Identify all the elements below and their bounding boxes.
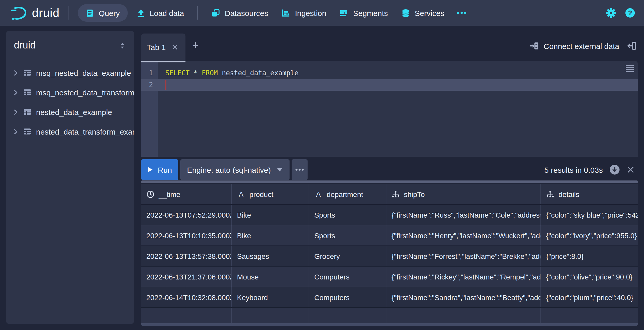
- sidebar-table-item[interactable]: msq_nested_data_transform_ex: [6, 82, 134, 102]
- nav-right-group: ?: [606, 8, 644, 18]
- connect-external-data-icon: [530, 41, 539, 51]
- tab-close-button[interactable]: [171, 44, 178, 51]
- run-button[interactable]: Run: [141, 159, 178, 180]
- table-cell[interactable]: {"color":"ivory","price":955.0}: [541, 225, 638, 245]
- table-cell[interactable]: {"firstName":"Forrest","lastName":"Brekk…: [386, 246, 541, 266]
- table-cell[interactable]: 2022-06-13T21:37:06.000Z: [141, 267, 232, 287]
- table-cell[interactable]: {"firstName":"Sandra","lastName":"Beatty…: [386, 287, 541, 307]
- table-cell[interactable]: Sports: [309, 225, 386, 245]
- column-header-details[interactable]: details: [541, 184, 638, 204]
- table-cell[interactable]: {"firstName":"Rickey","lastName":"Rempel…: [386, 267, 541, 287]
- help-icon: ?: [625, 8, 635, 18]
- sidebar-table-item[interactable]: nested_data_transform_exampl: [6, 122, 134, 141]
- column-header-__time[interactable]: __time: [141, 184, 232, 204]
- table-cell[interactable]: {"firstName":"Henry","lastName":"Wuckert…: [386, 225, 541, 245]
- table-cell[interactable]: 2022-06-14T10:32:08.000Z: [141, 287, 232, 307]
- chevron-right-icon[interactable]: [12, 128, 19, 135]
- engine-select[interactable]: Engine: auto (sql-native): [180, 159, 289, 180]
- table-cell[interactable]: Sausages: [232, 246, 309, 266]
- table-cell[interactable]: {"price":8.0}: [541, 246, 638, 266]
- nav-divider: [198, 6, 198, 20]
- nav-item-label: Segments: [353, 9, 388, 17]
- sidebar-table-item[interactable]: msq_nested_data_example: [6, 63, 134, 82]
- nav-more-button[interactable]: [453, 4, 471, 22]
- table-cell[interactable]: Keyboard: [232, 287, 309, 307]
- empty-cell: [386, 308, 541, 323]
- empty-cell: [541, 308, 638, 323]
- panel-splitter[interactable]: [141, 180, 638, 183]
- download-icon: [609, 164, 620, 175]
- table-cell[interactable]: Grocery: [309, 246, 386, 266]
- tab-label: Tab 1: [147, 43, 166, 52]
- table-cell[interactable]: Computers: [309, 267, 386, 287]
- help-button[interactable]: ?: [625, 8, 635, 18]
- query-tab-bar: Tab 1 +: [141, 31, 638, 61]
- table-cell[interactable]: {"color":"sky blue","price":542.0}: [541, 205, 638, 225]
- sql-token: *: [194, 69, 198, 77]
- more-dots-icon: [295, 168, 304, 172]
- empty-cell: [141, 308, 232, 323]
- brand[interactable]: druid: [10, 5, 60, 20]
- run-more-button[interactable]: [291, 159, 307, 180]
- table-cell[interactable]: {"firstName":"Russ","lastName":"Cole","a…: [386, 205, 541, 225]
- load-data-icon: [136, 9, 145, 17]
- sidebar-table-item[interactable]: nested_data_example: [6, 102, 134, 122]
- horizontal-scrollbar[interactable]: [141, 323, 638, 326]
- new-tab-button[interactable]: +: [192, 40, 199, 51]
- engine-label: Engine: auto (sql-native): [187, 165, 271, 174]
- chevron-right-icon[interactable]: [12, 109, 19, 115]
- table-icon: [23, 69, 31, 77]
- table-cell[interactable]: {"color":"olive","price":90.0}: [541, 267, 638, 287]
- nav-item-query[interactable]: Query: [78, 4, 128, 22]
- table-icon: [23, 108, 31, 116]
- string-icon: A: [237, 190, 245, 198]
- table-cell[interactable]: Computers: [309, 287, 386, 307]
- nav-item-services[interactable]: Services: [397, 4, 449, 22]
- table-cell[interactable]: Mouse: [232, 267, 309, 287]
- panel-collapse-icon: [627, 41, 636, 51]
- hide-panel-button[interactable]: [627, 41, 636, 51]
- nav-item-datasources[interactable]: Datasources: [207, 4, 273, 22]
- nav-item-segments[interactable]: Segments: [335, 4, 393, 22]
- column-header-product[interactable]: Aproduct: [232, 184, 309, 204]
- empty-cell: [309, 308, 386, 323]
- table-cell[interactable]: {"color":"plum","price":40.0}: [541, 287, 638, 307]
- table-cell[interactable]: Sports: [309, 205, 386, 225]
- chevron-right-icon[interactable]: [12, 89, 19, 96]
- svg-text:?: ?: [628, 9, 632, 17]
- table-cell[interactable]: 2022-06-13T07:52:29.000Z: [141, 205, 232, 225]
- datasources-icon: [211, 9, 220, 17]
- datasource-name: nested_data_example: [36, 108, 112, 116]
- table-cell[interactable]: 2022-06-13T10:10:35.000Z: [141, 225, 232, 245]
- schema-title: druid: [14, 40, 36, 51]
- table-row: 2022-06-13T13:57:38.000ZSausagesGrocery{…: [141, 246, 638, 267]
- editor-menu-button[interactable]: [625, 64, 634, 73]
- column-header-shipTo[interactable]: shipTo: [386, 184, 541, 204]
- sql-editor[interactable]: 12 SELECT * FROM nested_data_example: [141, 61, 638, 157]
- results-body: 2022-06-13T07:52:29.000ZBikeSports{"firs…: [141, 205, 638, 323]
- connect-external-data-label: Connect external data: [544, 42, 619, 50]
- table-cell[interactable]: Bike: [232, 205, 309, 225]
- column-header-department[interactable]: Adepartment: [309, 184, 386, 204]
- tab-tab1[interactable]: Tab 1: [141, 34, 185, 61]
- nav-item-ingestion[interactable]: Ingestion: [277, 4, 331, 22]
- nav-item-load-data[interactable]: Load data: [132, 4, 189, 22]
- table-cell[interactable]: 2022-06-13T13:57:38.000Z: [141, 246, 232, 266]
- run-bar: Run Engine: auto (sql-native) 5 results …: [141, 159, 638, 180]
- empty-row: [141, 308, 638, 323]
- results-meta: 5 results in 0.03s: [544, 164, 638, 175]
- tree-icon: [546, 190, 554, 198]
- play-icon: [147, 167, 153, 173]
- ingestion-icon: [282, 9, 290, 17]
- sort-button[interactable]: [118, 42, 126, 49]
- close-results-button[interactable]: [626, 166, 635, 174]
- chevron-right-icon[interactable]: [12, 69, 19, 76]
- table-row: 2022-06-13T07:52:29.000ZBikeSports{"firs…: [141, 205, 638, 225]
- settings-button[interactable]: [606, 8, 616, 18]
- table-cell[interactable]: Bike: [232, 225, 309, 245]
- string-icon: A: [314, 190, 323, 198]
- sql-code[interactable]: SELECT * FROM nested_data_example: [158, 67, 638, 91]
- download-results-button[interactable]: [609, 164, 620, 175]
- connect-external-data-button[interactable]: Connect external data: [530, 41, 619, 51]
- top-nav: druid QueryLoad data DatasourcesIngestio…: [0, 0, 644, 26]
